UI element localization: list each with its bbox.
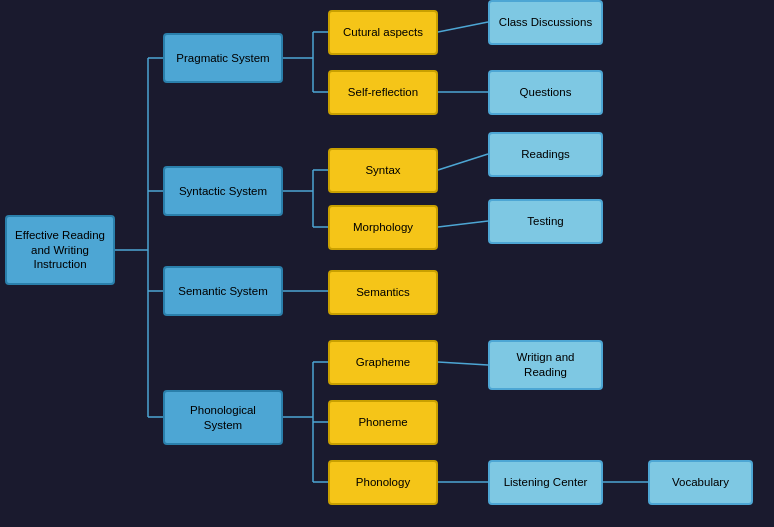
syntax-node: Syntax <box>328 148 438 193</box>
svg-line-16 <box>438 154 488 170</box>
cultural-node: Cutural aspects <box>328 10 438 55</box>
questions-node: Questions <box>488 70 603 115</box>
pragmatic-node: Pragmatic System <box>163 33 283 83</box>
syntactic-node: Syntactic System <box>163 166 283 216</box>
testing-node: Testing <box>488 199 603 244</box>
vocabulary-node: Vocabulary <box>648 460 753 505</box>
diagram: Effective Reading and Writing Instructio… <box>0 0 774 527</box>
svg-line-17 <box>438 221 488 227</box>
grapheme-node: Grapheme <box>328 340 438 385</box>
self-reflection-node: Self-reflection <box>328 70 438 115</box>
listening-center-node: Listening Center <box>488 460 603 505</box>
class-discussions-node: Class Discussions <box>488 0 603 45</box>
phonology-node: Phonology <box>328 460 438 505</box>
phoneme-node: Phoneme <box>328 400 438 445</box>
readings-node: Readings <box>488 132 603 177</box>
svg-line-24 <box>438 362 488 365</box>
morphology-node: Morphology <box>328 205 438 250</box>
root-node: Effective Reading and Writing Instructio… <box>5 215 115 285</box>
svg-line-10 <box>438 22 488 32</box>
phonological-node: Phonological System <box>163 390 283 445</box>
semantics-node: Semantics <box>328 270 438 315</box>
semantic-node: Semantic System <box>163 266 283 316</box>
writing-reading-node: Writign and Reading <box>488 340 603 390</box>
